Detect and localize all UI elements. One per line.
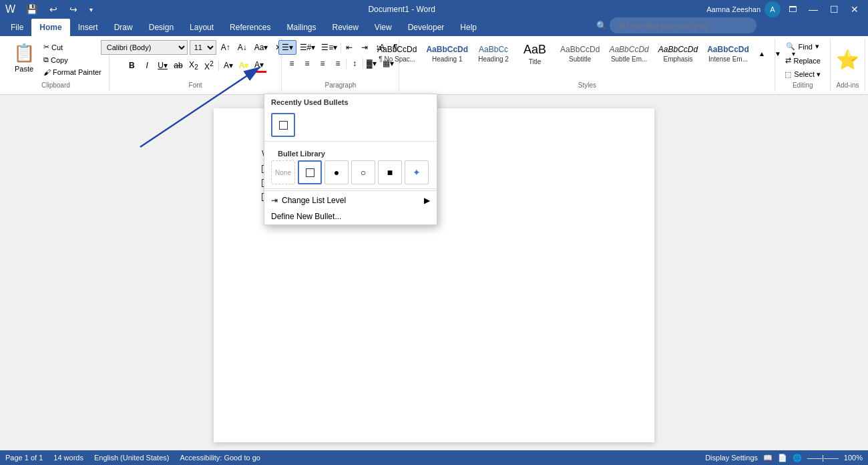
close-button[interactable]: ✕ [847,3,863,16]
change-list-level-content: ⇥ Change List Level [271,196,346,205]
maximize-button[interactable]: ☐ [826,3,843,16]
justify-button[interactable]: ≡ [331,56,345,71]
style-subtitle[interactable]: AaBbCcDd Subtitle [556,43,604,64]
style-no-space[interactable]: AaBbCcDd ¶ No Spac... [373,43,421,64]
tab-file[interactable]: File [3,19,31,36]
tab-draw[interactable]: Draw [106,19,141,36]
paragraph-label: Paragraph [325,82,357,89]
copy-button[interactable]: ⧉ Copy [41,54,103,65]
word-icon: W [5,3,15,15]
tab-layout[interactable]: Layout [182,19,222,36]
view-icon-read[interactable]: 📖 [763,454,773,462]
avatar[interactable]: A [765,1,781,17]
title-bar-left: W 💾 ↩ ↪ ▾ [5,3,97,16]
font-size-select[interactable]: 11 [190,40,216,55]
minimize-button[interactable]: — [805,3,822,16]
cut-label: Cut [51,43,63,51]
language: English (United States) [94,454,170,462]
select-button[interactable]: ⬚ Select ▾ [781,68,825,81]
bullet-star[interactable]: ✦ [405,160,429,184]
decrease-indent-button[interactable]: ⇤ [342,40,357,55]
align-center-button[interactable]: ≡ [300,56,314,71]
cut-button[interactable]: ✂ Cut [41,41,103,53]
tab-home[interactable]: Home [31,19,69,36]
font-color-button[interactable]: A▾ [252,58,266,73]
editing-group: 🔍 Find ▾ ⇄ Replace ⬚ Select ▾ Editing [775,39,831,92]
numbering-button[interactable]: ☰#▾ [297,40,318,55]
qat-undo[interactable]: ↩ [45,3,61,16]
paste-button[interactable]: 📋 Paste [8,40,40,75]
qat-customize[interactable]: ▾ [85,5,97,15]
style-preview-subtitle: AaBbCcDd [560,44,600,55]
recent-bullet-square[interactable] [271,113,295,137]
display-settings[interactable]: Display Settings [705,454,758,462]
view-icon-web[interactable]: 🌐 [793,454,802,462]
change-case-button[interactable]: Aa▾ [252,40,271,55]
font-label: Font [189,82,202,89]
styles-scroll-up[interactable]: ▲ [754,46,769,61]
tab-view[interactable]: View [367,19,400,36]
align-left-button[interactable]: ≡ [284,56,299,71]
search-icon: 🔍 [596,21,607,31]
align-right-button[interactable]: ≡ [315,56,330,71]
line-spacing-button[interactable]: ↕ [347,56,362,71]
define-new-bullet-item[interactable]: Define New Bullet... [264,208,437,224]
tab-developer[interactable]: Developer [400,19,453,36]
highlight-button[interactable]: A▾ [236,58,251,73]
strikethrough-button[interactable]: ab [171,58,186,73]
style-preview-em: AaBbCcDd [658,44,698,55]
tab-insert[interactable]: Insert [70,19,106,36]
search-input[interactable] [610,17,756,33]
style-heading1[interactable]: AaBbCcDd Heading 1 [422,43,472,64]
tab-mailings[interactable]: Mailings [278,19,324,36]
style-title[interactable]: AaB Title [515,40,555,67]
bullet-square[interactable] [298,160,322,184]
style-label-h2: Heading 2 [478,55,509,63]
bullet-filled-square[interactable]: ■ [378,160,402,184]
style-emphasis[interactable]: AaBbCcDd Emphasis [654,43,702,64]
style-heading2[interactable]: AaBbCc Heading 2 [473,43,513,64]
styles-label: Styles [578,82,596,89]
bullet-filled-circle[interactable]: ● [324,160,349,184]
superscript-button[interactable]: X2 [202,58,216,73]
decrease-font-button[interactable]: A↓ [235,40,250,55]
tab-help[interactable]: Help [452,19,485,36]
font-formatting-buttons: B I U▾ ab X2 X2 A▾ A▾ A▾ [124,58,266,73]
bullet-circle[interactable]: ○ [351,160,375,184]
italic-button[interactable]: I [140,58,154,73]
page-info: Page 1 of 1 [5,454,43,462]
change-list-level-item[interactable]: ⇥ Change List Level ▶ [264,192,437,208]
subscript-button[interactable]: X2 [186,58,201,73]
style-preview-h2: AaBbCc [479,44,508,55]
bold-button[interactable]: B [124,58,139,73]
replace-button[interactable]: ⇄ Replace [781,54,825,67]
find-button[interactable]: 🔍 Find ▾ [782,40,823,53]
ribbon-tabs: File Home Insert Draw Design Layout Refe… [0,19,868,36]
style-label-subtleem: Subtle Em... [611,55,647,63]
tab-design[interactable]: Design [141,19,182,36]
qat-save[interactable]: 💾 [22,3,41,16]
qat-redo[interactable]: ↪ [65,3,81,16]
bullet-none[interactable]: None [271,160,295,184]
ribbon-toggle[interactable]: 🗖 [785,3,801,15]
bullet-library-section: Bullet Library None ● ○ ■ ✦ [264,142,437,189]
underline-button[interactable]: U▾ [155,58,170,73]
increase-indent-button[interactable]: ⇥ [357,40,372,55]
zoom-slider[interactable]: ——|—— [807,454,839,462]
divider [341,42,341,53]
increase-font-button[interactable]: A↑ [218,40,233,55]
addins-button[interactable]: ⭐ [836,49,859,71]
font-name-select[interactable]: Calibri (Body) [101,40,188,55]
dropdown-divider [264,190,437,191]
view-icon-print[interactable]: 📄 [778,454,787,462]
replace-label: Replace [794,57,821,65]
tab-references[interactable]: References [222,19,278,36]
addins-label: Add-ins [837,82,859,89]
multilevel-button[interactable]: ☰≡▾ [318,40,340,55]
style-subtle-em[interactable]: AaBbCcDd Subtle Em... [605,43,652,64]
tab-review[interactable]: Review [324,19,367,36]
text-effects-button[interactable]: A▾ [221,58,236,73]
format-painter-button[interactable]: 🖌 Format Painter [41,67,103,78]
bullets-button[interactable]: ☰▾ [278,40,296,55]
style-intense-em[interactable]: AaBbCcDd Intense Em... [703,43,753,64]
